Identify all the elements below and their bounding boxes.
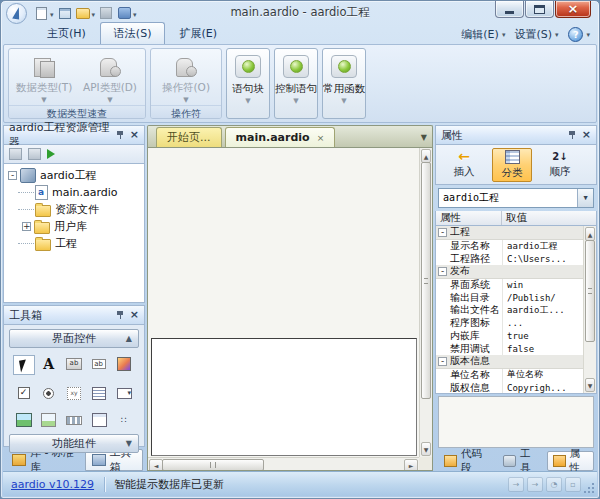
property-value[interactable]: true bbox=[502, 330, 583, 343]
tab-snippet[interactable]: 代码段 bbox=[438, 451, 495, 471]
tree-item[interactable]: 资源文件 bbox=[4, 201, 144, 218]
toolbox-section-ui-controls[interactable]: 界面控件 ▲ bbox=[9, 329, 139, 348]
picturebox-tool[interactable] bbox=[14, 411, 34, 429]
tab-list-dropdown-icon[interactable]: ▼ bbox=[421, 133, 427, 142]
close-button[interactable] bbox=[555, 1, 591, 18]
collapse-icon[interactable]: - bbox=[438, 357, 447, 366]
vertical-scrollbar[interactable]: ▲ ▼ bbox=[419, 148, 432, 457]
resize-grip[interactable] bbox=[592, 483, 594, 485]
property-row[interactable]: 界面系统win bbox=[436, 279, 583, 292]
property-value[interactable]: win bbox=[502, 279, 583, 292]
property-row[interactable]: 版权信息Copyrigh... bbox=[436, 381, 583, 393]
custom-tool[interactable]: ∷ bbox=[114, 411, 134, 429]
close-icon[interactable]: × bbox=[582, 130, 591, 140]
property-value[interactable]: ... bbox=[502, 317, 583, 330]
property-value[interactable]: aardio工... bbox=[502, 304, 583, 317]
progressbar-tool[interactable] bbox=[64, 411, 84, 429]
pin-icon[interactable] bbox=[568, 130, 577, 140]
checkbox-tool[interactable] bbox=[14, 384, 34, 402]
open-folder-button[interactable] bbox=[74, 5, 92, 21]
ribbon-button[interactable]: 操作符(O)▼ bbox=[153, 50, 219, 104]
properties-tool-categorized[interactable]: 分类 bbox=[492, 148, 532, 182]
combobox-tool[interactable] bbox=[114, 384, 134, 402]
property-group-row[interactable]: -版本信息 bbox=[436, 355, 583, 369]
collapse-icon[interactable]: - bbox=[438, 228, 447, 237]
app-logo-icon[interactable] bbox=[6, 3, 27, 24]
property-row[interactable]: 内嵌库true bbox=[436, 330, 583, 343]
close-icon[interactable]: × bbox=[130, 310, 139, 320]
dropdown-caret-icon[interactable]: ▾ bbox=[50, 11, 54, 19]
combo-dropdown-icon[interactable]: ▼ bbox=[577, 189, 593, 207]
properties-target-combo[interactable]: aardio工程 ▼ bbox=[438, 188, 594, 208]
tree-item[interactable]: 工程 bbox=[4, 235, 144, 252]
toolbar-overflow-caret-icon[interactable]: ▾ bbox=[133, 11, 137, 19]
property-group-row[interactable]: -发布 bbox=[436, 265, 583, 279]
ribbon-tab[interactable]: 主页(H) bbox=[33, 22, 100, 44]
label-tool[interactable]: A bbox=[39, 355, 59, 373]
tab-properties[interactable]: 属性 bbox=[547, 451, 594, 471]
save-button[interactable] bbox=[97, 5, 115, 21]
richedit-tool[interactable] bbox=[114, 355, 134, 373]
button-tool[interactable] bbox=[64, 355, 84, 373]
tab-tools[interactable]: 工具 bbox=[497, 451, 544, 471]
run-icon[interactable] bbox=[47, 149, 55, 159]
scroll-down-icon[interactable]: ▼ bbox=[585, 378, 595, 392]
pin-icon[interactable] bbox=[116, 310, 125, 320]
groupbox-tool[interactable] bbox=[64, 384, 84, 402]
forward-icon[interactable]: → bbox=[508, 477, 524, 492]
close-tab-icon[interactable]: × bbox=[317, 133, 325, 143]
document-tab[interactable]: 开始页... bbox=[156, 127, 222, 147]
property-value[interactable]: 单位名称 bbox=[502, 369, 583, 382]
new-file-button[interactable] bbox=[32, 5, 50, 21]
design-form-surface[interactable] bbox=[151, 338, 417, 456]
toolbox-section-components[interactable]: 功能组件 ▼ bbox=[9, 434, 139, 453]
history-icon[interactable]: ◔ bbox=[546, 477, 562, 492]
property-row[interactable]: 工程路径C:\Users... bbox=[436, 252, 583, 265]
scroll-up-icon[interactable]: ▲ bbox=[421, 149, 431, 163]
ribbon-tab[interactable]: 扩展(E) bbox=[165, 22, 231, 44]
collapse-icon[interactable]: - bbox=[438, 267, 447, 276]
listbox-tool[interactable] bbox=[89, 384, 109, 402]
property-row[interactable]: 禁用调试false bbox=[436, 342, 583, 355]
dropdown-caret-icon[interactable]: ▾ bbox=[92, 11, 96, 19]
property-value[interactable]: C:\Users... bbox=[502, 252, 583, 265]
grid-scroll-thumb[interactable] bbox=[585, 240, 595, 342]
tree-item[interactable]: main.aardio bbox=[4, 184, 144, 201]
scroll-right-icon[interactable]: ► bbox=[404, 459, 418, 471]
vertical-scroll-thumb[interactable] bbox=[421, 162, 431, 399]
radio-tool[interactable] bbox=[39, 384, 59, 402]
publish-button[interactable] bbox=[115, 5, 133, 21]
window-restore-button[interactable] bbox=[56, 5, 74, 21]
edit-tool[interactable] bbox=[89, 355, 109, 373]
tree-item[interactable]: -aardio工程 bbox=[4, 167, 144, 184]
maximize-button[interactable] bbox=[525, 1, 554, 18]
properties-tool-sort[interactable]: 2↓顺序 bbox=[540, 148, 580, 182]
help-icon[interactable]: ? bbox=[568, 27, 583, 42]
tree-item[interactable]: +用户库 bbox=[4, 218, 144, 235]
scroll-down-icon[interactable]: ▼ bbox=[421, 442, 431, 456]
imagebox-tool[interactable] bbox=[39, 411, 59, 429]
property-value[interactable]: Copyrigh... bbox=[502, 381, 583, 393]
listview-tool[interactable] bbox=[89, 411, 109, 429]
scroll-left-icon[interactable]: ◄ bbox=[149, 459, 163, 471]
property-value[interactable]: aardio工程 bbox=[502, 240, 583, 253]
menu-设置(S)[interactable]: 设置(S)▾ bbox=[511, 25, 561, 44]
tree-expander-icon[interactable]: - bbox=[8, 171, 17, 180]
save-all-icon[interactable] bbox=[28, 148, 41, 160]
redo-icon[interactable]: → bbox=[527, 477, 543, 492]
scroll-up-icon[interactable]: ▲ bbox=[585, 227, 595, 241]
refresh-icon[interactable] bbox=[9, 148, 22, 160]
property-row[interactable]: 输出目录/Publish/ bbox=[436, 291, 583, 304]
column-header-name[interactable]: 属性 bbox=[436, 211, 502, 225]
property-row[interactable]: 显示名称aardio工程 bbox=[436, 240, 583, 253]
property-row[interactable]: 程序图标... bbox=[436, 317, 583, 330]
help-menu[interactable]: ? ▾ bbox=[565, 25, 593, 44]
pin-icon[interactable] bbox=[116, 130, 125, 140]
column-header-value[interactable]: 取值 bbox=[502, 211, 596, 225]
horizontal-scrollbar[interactable]: ◄ ► bbox=[148, 457, 419, 470]
editor-canvas[interactable]: ▲ ▼ ◄ ► bbox=[147, 147, 433, 471]
property-row[interactable]: 单位名称单位名称 bbox=[436, 369, 583, 382]
property-row[interactable]: 输出文件名aardio工... bbox=[436, 304, 583, 317]
ribbon-button[interactable]: 常用函数▼ bbox=[322, 48, 366, 119]
ribbon-button[interactable]: 语句块▼ bbox=[226, 48, 270, 119]
